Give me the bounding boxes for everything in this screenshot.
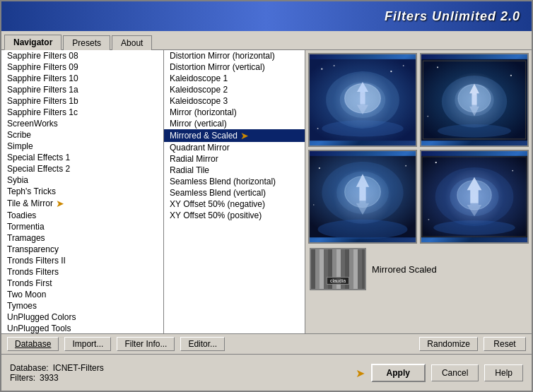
list-item[interactable]: Toadies [1, 210, 163, 221]
list-item[interactable]: Tronds Filters [1, 266, 163, 278]
apply-arrow-icon: ➤ [356, 366, 365, 379]
svg-point-32 [313, 204, 315, 206]
list-item[interactable]: Sapphire Filters 10 [1, 73, 163, 84]
filter-item[interactable]: Mirror (horizontal) [164, 107, 305, 118]
filter-item[interactable]: Seamless Blend (horizontal) [164, 176, 305, 187]
list-item[interactable]: Special Effects 1 [1, 152, 163, 163]
tab-navigator[interactable]: Navigator [4, 35, 62, 50]
list-item[interactable]: Special Effects 2 [1, 163, 163, 174]
list-item[interactable]: Scribe [1, 129, 163, 141]
svg-point-8 [390, 71, 392, 72]
filter-item-mirrored-scaled[interactable]: Mirrored & Scaled ➤ [164, 129, 305, 142]
list-item[interactable]: Tronds First [1, 278, 163, 289]
svg-point-34 [435, 167, 514, 226]
filter-item[interactable]: Radial Mirror [164, 153, 305, 165]
list-item[interactable]: Teph's Tricks [1, 186, 163, 197]
list-item[interactable]: Sapphire Filters 1c [1, 107, 163, 118]
preview-image-tl [310, 54, 416, 145]
svg-marker-5 [357, 93, 368, 114]
svg-point-30 [319, 167, 320, 169]
svg-marker-38 [467, 203, 482, 216]
svg-point-26 [345, 177, 381, 208]
list-item[interactable]: Tronds Filters II [1, 255, 163, 266]
svg-point-21 [438, 124, 511, 137]
preview-image-tr [421, 54, 527, 145]
list-item[interactable]: Transparency [1, 244, 163, 255]
filter-item[interactable]: Quadrant Mirror [164, 142, 305, 153]
reset-button[interactable]: Reset [484, 337, 526, 351]
editor-label: Editor... [188, 339, 217, 349]
apply-label: Apply [387, 368, 410, 378]
list-item[interactable]: Simple [1, 141, 163, 152]
list-item[interactable]: UnPlugged Colors [1, 311, 163, 323]
filter-item[interactable]: XY Offset 50% (negative) [164, 198, 305, 210]
list-item[interactable]: Two Moon [1, 289, 163, 300]
filters-status-label: Filters: [10, 373, 35, 383]
filter-list[interactable]: Distortion Mirror (horizontal) Distortio… [164, 50, 305, 333]
tab-presets[interactable]: Presets [63, 35, 110, 50]
preview-image-bl [310, 151, 416, 242]
list-item[interactable]: Sapphire Filters 1b [1, 95, 163, 107]
apply-cancel-area: ➤ Apply Cancel Help [371, 364, 523, 382]
preview-cell-tl [308, 53, 417, 147]
svg-point-29 [318, 220, 408, 239]
svg-marker-17 [469, 95, 479, 117]
database-label: Database [15, 339, 51, 349]
svg-point-2 [340, 82, 386, 118]
list-item[interactable]: UnPlugged Tools [1, 323, 163, 333]
category-list[interactable]: Sapphire Filters 08 Sapphire Filters 09 … [1, 50, 163, 333]
apply-button-wrapper: ➤ Apply [371, 364, 426, 382]
list-item[interactable]: Tormentia [1, 221, 163, 232]
svg-point-41 [512, 170, 513, 172]
filter-item[interactable]: XY Offset 50% (positive) [164, 210, 305, 221]
arrow-icon: ➤ [56, 198, 64, 209]
database-button[interactable]: Database [7, 337, 59, 351]
svg-marker-16 [469, 83, 479, 105]
list-item[interactable]: Sapphire Filters 09 [1, 61, 163, 73]
svg-marker-4 [357, 82, 368, 104]
preview-grid [308, 53, 529, 244]
tab-bar: Navigator Presets About [1, 31, 532, 50]
help-label: Help [495, 368, 512, 378]
svg-point-15 [458, 85, 491, 112]
cancel-button[interactable]: Cancel [431, 364, 479, 381]
list-item[interactable]: Sybia [1, 174, 163, 186]
small-preview-area: claudia Mirrored Scaled [308, 247, 529, 292]
list-item[interactable]: Sapphire Filters 08 [1, 50, 163, 61]
randomize-button[interactable]: Randomize [419, 337, 478, 351]
list-item[interactable]: Tymoes [1, 300, 163, 311]
filter-item[interactable]: Distortion Mirror (horizontal) [164, 50, 305, 61]
preview-image-br [421, 151, 527, 242]
title-bar-text: Filters Unlimited 2.0 [385, 9, 520, 24]
filter-item[interactable]: Kaleidoscope 2 [164, 84, 305, 95]
filter-item[interactable]: Kaleidoscope 3 [164, 95, 305, 107]
title-bar: Filters Unlimited 2.0 [1, 1, 532, 31]
svg-point-7 [334, 65, 335, 66]
right-toolbar-buttons: Randomize Reset [419, 337, 526, 351]
list-item[interactable]: Tramages [1, 232, 163, 244]
filter-item[interactable]: Distortion Mirror (vertical) [164, 61, 305, 73]
filter-item[interactable]: Radial Tile [164, 165, 305, 176]
list-item[interactable]: Sapphire Filters 1a [1, 84, 163, 95]
reset-label: Reset [493, 339, 515, 349]
svg-point-25 [336, 172, 389, 214]
import-button[interactable]: Import... [64, 337, 111, 351]
filter-item[interactable]: Kaleidoscope 1 [164, 73, 305, 84]
tab-about[interactable]: About [112, 35, 152, 50]
svg-point-19 [510, 75, 512, 76]
svg-point-10 [317, 128, 319, 129]
svg-point-9 [403, 65, 404, 66]
editor-button[interactable]: Editor... [180, 337, 225, 351]
filterinfo-button[interactable]: Filter Info... [117, 337, 175, 351]
randomize-label: Randomize [427, 339, 470, 349]
apply-button[interactable]: Apply [371, 364, 426, 382]
bottom-toolbar: Database Import... Filter Info... Editor… [1, 333, 532, 354]
filter-item[interactable]: Seamless Blend (vertical) [164, 187, 305, 198]
svg-point-31 [405, 165, 406, 167]
svg-point-13 [442, 76, 507, 128]
list-item-tile-mirror[interactable]: Tile & Mirror ➤ [1, 197, 163, 210]
list-item[interactable]: ScreenWorks [1, 118, 163, 129]
filter-item[interactable]: Mirror (vertical) [164, 118, 305, 129]
svg-point-35 [450, 177, 498, 216]
help-button[interactable]: Help [484, 364, 523, 381]
